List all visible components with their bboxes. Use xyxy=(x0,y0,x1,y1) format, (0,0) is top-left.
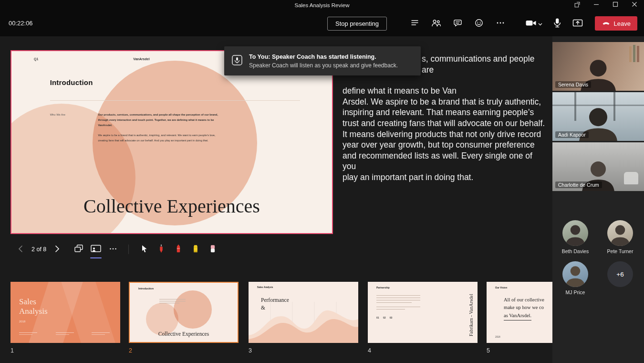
thumb-decor xyxy=(159,303,179,303)
video-name-label: Aadi Kapoor xyxy=(555,131,589,138)
avatar-beth-davies[interactable] xyxy=(562,220,588,246)
thumb5-year: 2018 xyxy=(495,336,500,338)
show-participants-button[interactable] xyxy=(428,15,444,32)
eraser-tool-button[interactable] xyxy=(206,242,220,256)
thumb5-header: Our Vision xyxy=(495,286,507,289)
thumb-decor xyxy=(174,290,212,329)
notes-line: play an important part in doing that. xyxy=(343,172,548,183)
thumb3-amp: & xyxy=(261,305,265,310)
meeting-toolbar: 00:22:06 Stop presenting xyxy=(0,11,644,36)
avatar-name-label: Pete Turner xyxy=(594,248,644,254)
notes-line: s, communications and people are xyxy=(422,53,548,75)
thumb-number-4: 4 xyxy=(368,347,371,354)
thumb3-title: Performance xyxy=(261,297,289,303)
active-tool-indicator xyxy=(90,257,102,259)
close-button[interactable] xyxy=(625,0,644,11)
slide-thumbnail-3[interactable]: Sales Analysis Performance & xyxy=(249,282,358,343)
tile-decor xyxy=(637,46,639,62)
meeting-title: Sales Analysis Review xyxy=(0,0,644,11)
more-options-button[interactable] xyxy=(492,15,509,32)
notes-line: inspiring and relevant. That means earni… xyxy=(343,107,548,118)
slide-thumbnail-5[interactable]: Our Vision All of our collective make up… xyxy=(487,282,552,343)
video-name-label: Serena Davis xyxy=(555,81,591,88)
laser-pointer-icon xyxy=(156,244,166,256)
thumb4-header: Partnership xyxy=(376,286,390,289)
presenter-view-icon xyxy=(90,244,102,255)
mic-icon xyxy=(552,17,562,30)
meeting-notes-button[interactable] xyxy=(406,15,423,32)
more-slide-options-button[interactable] xyxy=(106,242,120,256)
toolbar-device-controls: Leave xyxy=(523,11,637,36)
thumb-decor xyxy=(146,303,178,335)
thumb1-title: Sales Analysis xyxy=(19,297,48,316)
avatar-pete-turner[interactable] xyxy=(607,220,633,246)
slide-thumbnail-2-selected[interactable]: Introduction Collective Experiences xyxy=(129,282,239,343)
minimize-button[interactable] xyxy=(587,0,606,11)
video-name-label: Charlotte de Crum xyxy=(555,182,602,188)
tile-decor xyxy=(629,46,632,62)
notes-line: and recommended lists as well. Every sin… xyxy=(343,150,548,172)
slide-quarter-label: Q1 xyxy=(34,57,38,61)
thumb-decor xyxy=(376,302,412,303)
chat-button[interactable] xyxy=(449,15,466,32)
thumb-decor xyxy=(159,301,186,301)
presenter-view-button[interactable] xyxy=(89,242,103,256)
share-screen-icon xyxy=(572,18,583,30)
toast-subtitle: Speaker Coach will listen as you speak a… xyxy=(249,62,398,69)
tools-divider xyxy=(128,245,129,254)
video-tile-serena[interactable]: Serena Davis xyxy=(552,42,644,91)
thumb-decor xyxy=(92,334,105,335)
maximize-button[interactable] xyxy=(606,0,625,11)
notes-line: define what it means to be Van xyxy=(343,85,548,96)
tile-decor xyxy=(624,172,638,184)
thumb-number-3: 3 xyxy=(249,347,252,354)
thumb1-year: 2018 xyxy=(19,320,25,323)
thumb2-title: Collective Experiences xyxy=(130,331,238,337)
avatar-mj-price[interactable] xyxy=(562,261,588,287)
slide-thumbnail-4[interactable]: Partnership 01 02 03 Fabrikam - VanArsde… xyxy=(368,282,478,343)
thumb-decor xyxy=(376,298,420,298)
toolbar-center-icons xyxy=(406,11,509,36)
popout-button[interactable] xyxy=(568,0,587,11)
thumb4-steps: 01 02 03 xyxy=(376,316,392,319)
stop-presenting-button[interactable]: Stop presenting xyxy=(327,17,387,31)
speaker-coach-icon xyxy=(231,54,243,68)
slide-grid-button[interactable] xyxy=(72,242,86,256)
reactions-icon xyxy=(474,18,484,30)
cursor-tool-button[interactable] xyxy=(137,242,151,256)
cursor-icon xyxy=(139,244,149,255)
pen-icon xyxy=(173,244,184,256)
share-content-button[interactable] xyxy=(570,15,586,32)
hang-up-icon xyxy=(602,19,611,28)
speaker-coach-toast: To You: Speaker Coach has started listen… xyxy=(224,46,421,75)
slide-thumbnail-1[interactable]: Sales Analysis 2018 xyxy=(10,282,120,343)
window-controls xyxy=(568,0,644,11)
video-tile-charlotte[interactable]: Charlotte de Crum xyxy=(552,142,644,191)
thumb-decor xyxy=(56,332,74,333)
teams-meeting-window: Sales Analysis Review xyxy=(0,0,644,363)
notes-line: trust and creating fans that will advoca… xyxy=(343,118,548,129)
notes-line: It means delivering products that not on… xyxy=(343,129,548,140)
pen-tool-button[interactable] xyxy=(171,242,186,256)
reactions-button[interactable] xyxy=(471,15,487,32)
toast-title: To You: Speaker Coach has started listen… xyxy=(249,53,398,60)
next-slide-button[interactable] xyxy=(51,243,63,256)
video-tile-aadi[interactable]: Aadi Kapoor xyxy=(552,92,644,141)
previous-slide-button[interactable] xyxy=(14,243,27,256)
camera-button[interactable] xyxy=(523,15,545,32)
mic-button[interactable] xyxy=(549,15,565,32)
window-titlebar: Sales Analysis Review xyxy=(0,0,644,11)
maximize-icon xyxy=(612,1,619,10)
highlighter-tool-button[interactable] xyxy=(188,242,203,256)
slide-title: Collective Experiences xyxy=(11,195,332,217)
leave-button[interactable]: Leave xyxy=(595,16,637,31)
leave-label: Leave xyxy=(614,20,631,27)
current-slide[interactable]: Q1 VanArsdel Introduction Who We Are Our… xyxy=(10,50,333,234)
laser-pointer-tool-button[interactable] xyxy=(154,242,168,256)
thumb-decor xyxy=(92,332,110,333)
notes-line: year over year growth, but top consumer … xyxy=(343,139,548,150)
person-silhouette xyxy=(562,220,588,246)
overflow-participants-badge[interactable]: +6 xyxy=(607,261,633,287)
slide-divider xyxy=(50,100,300,101)
camera-icon xyxy=(525,18,537,30)
